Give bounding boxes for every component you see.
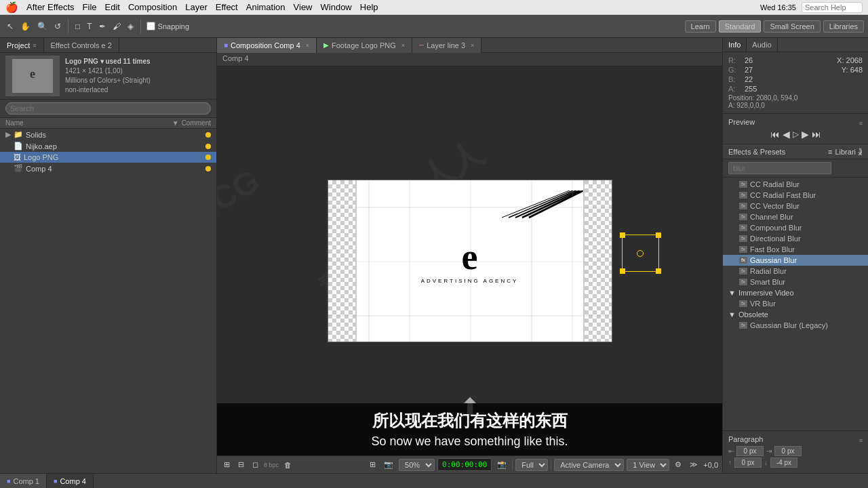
a-value: 255 (745, 85, 757, 93)
viewer-settings-btn[interactable]: ⚙ (672, 459, 684, 470)
tool-pen[interactable]: ✒ (96, 20, 108, 33)
effect-item[interactable]: fx CC Vector Blur (723, 201, 868, 211)
immersive-video-group[interactable]: ▼ Immersive Video (723, 287, 868, 298)
effect-item[interactable]: fx Channel Blur (723, 211, 868, 222)
blur-group: fx CC Radial Blur fx CC Radial Fast Blur… (723, 179, 868, 287)
effect-item[interactable]: fx CC Radial Blur (723, 179, 868, 190)
tool-rect[interactable]: □ (73, 20, 83, 33)
effect-item[interactable]: fx Radial Blur (723, 266, 868, 277)
info-b-row: B: 22 (728, 75, 863, 83)
list-item[interactable]: 🎬 Comp 4 (0, 163, 216, 174)
space-after-input[interactable] (770, 458, 797, 468)
layer-tab-close[interactable]: × (471, 42, 474, 49)
menu-help[interactable]: Help (360, 2, 378, 12)
menu-effect[interactable]: Effect (216, 2, 238, 12)
tool-hand[interactable]: ✋ (18, 20, 33, 33)
list-item[interactable]: 🖼 Logo PNG (0, 152, 216, 163)
viewer-grid-btn[interactable]: ⊟ (235, 459, 247, 470)
fx-icon: fx (739, 322, 747, 329)
tool-clone[interactable]: ◈ (125, 20, 136, 33)
footage-tab-close[interactable]: × (401, 42, 405, 49)
composition-view[interactable]: RRCG 素材 人人 (217, 66, 722, 455)
apple-menu[interactable]: 🍎 (5, 1, 18, 14)
comp-tab-comp4[interactable]: ■ Composition Comp 4 × (217, 38, 317, 53)
expand-btn[interactable]: ⟫ (859, 147, 863, 156)
layer-icon-indicator: ─ (419, 41, 424, 49)
preview-title: Preview (728, 118, 755, 126)
effect-item[interactable]: fx Smart Blur (723, 277, 868, 287)
menu-aftereffects[interactable]: After Effects (26, 2, 75, 12)
tool-select[interactable]: ↖ (4, 20, 16, 33)
paragraph-menu[interactable]: ≡ (859, 437, 863, 444)
vr-blur-item[interactable]: fx VR Blur (723, 298, 868, 309)
menu-view[interactable]: View (294, 2, 313, 12)
effect-item[interactable]: fx Directional Blur (723, 233, 868, 244)
tool-text[interactable]: T (84, 20, 94, 33)
snapping-checkbox[interactable] (146, 22, 155, 30)
preview-first[interactable]: ⏮ (770, 129, 780, 140)
effects-presets-menu[interactable]: ≡ (828, 148, 832, 156)
preview-menu[interactable]: ≡ (859, 120, 863, 127)
comp-tab-layerline[interactable]: ─ Layer line 3 × (412, 38, 481, 53)
timecode-display[interactable]: 0:00:00:00 (437, 458, 492, 471)
tab-project[interactable]: Project ≡ (0, 38, 44, 52)
tool-paint[interactable]: 🖌 (110, 20, 123, 33)
preview-last[interactable]: ⏭ (812, 129, 821, 140)
transform-handle-tl (620, 232, 625, 238)
project-search-input[interactable] (5, 102, 211, 115)
view-select[interactable]: 1 View (627, 459, 669, 471)
tab-effect-controls[interactable]: Effect Controls e 2 (44, 38, 119, 52)
camera-select[interactable]: Active Camera (554, 459, 624, 471)
tool-rotate[interactable]: ↺ (52, 20, 64, 33)
search-help-input[interactable] (802, 2, 863, 13)
comp-tab-close[interactable]: × (306, 42, 309, 49)
gaussian-legacy-item[interactable]: fx Gaussian Blur (Legacy) (723, 320, 868, 331)
fx-icon: fx (739, 279, 747, 285)
comp-tab-footage[interactable]: ▶ Footage Logo PNG × (317, 38, 412, 53)
effect-item[interactable]: fx Fast Box Blur (723, 244, 868, 255)
gaussian-blur-item[interactable]: fx Gaussian Blur (723, 255, 868, 266)
canvas-logo-area: e ADVERTISING AGENCY (355, 180, 585, 342)
librari-tab-btn[interactable]: Librari (835, 148, 856, 156)
effect-item[interactable]: fx Compound Blur (723, 222, 868, 233)
menu-window[interactable]: Window (321, 2, 352, 12)
resolution-select[interactable]: Full (515, 459, 548, 471)
workspace-smallscreen[interactable]: Small Screen (764, 20, 820, 33)
obsolete-group[interactable]: ▼ Obsolete (723, 309, 868, 320)
indent-right-input[interactable] (774, 446, 802, 456)
project-panel: e Logo PNG ▾ used 11 times 1421 × 1421 (… (0, 53, 216, 473)
workspace-learn[interactable]: Learn (685, 20, 716, 33)
timeline-tab-comp1[interactable]: ■ Comp 1 (0, 474, 47, 489)
tab-info[interactable]: Info (723, 38, 747, 52)
fx-icon: fx (739, 214, 747, 220)
preview-next[interactable]: ▶ (802, 129, 809, 140)
tab-audio[interactable]: Audio (747, 38, 777, 52)
menu-file[interactable]: File (83, 2, 97, 12)
effect-item[interactable]: fx CC Radial Fast Blur (723, 190, 868, 201)
workspace-libraries[interactable]: Libraries (823, 20, 864, 33)
space-before-input[interactable] (734, 458, 762, 468)
viewer-always-preview[interactable]: ≫ (687, 459, 701, 470)
logo-lines-area (502, 190, 583, 224)
immersive-expand-icon: ▼ (728, 289, 736, 297)
viewer-region-btn[interactable]: ⊞ (367, 459, 378, 470)
preview-stop[interactable]: ▷ (793, 129, 799, 139)
effects-search-input[interactable] (728, 162, 831, 174)
viewer-snap-btn[interactable]: ⊞ (221, 459, 233, 470)
workspace-standard[interactable]: Standard (719, 20, 762, 33)
viewer-trash-btn[interactable]: 🗑 (281, 460, 294, 470)
timeline-tab-comp4[interactable]: ■ Comp 4 (47, 474, 94, 489)
menu-layer[interactable]: Layer (185, 2, 208, 12)
list-item[interactable]: 📄 Nijko.aep (0, 140, 216, 152)
list-item[interactable]: ▶ 📁 Solids (0, 129, 216, 140)
viewer-safe-btn[interactable]: ◻ (250, 459, 261, 470)
menu-animation[interactable]: Animation (246, 2, 285, 12)
viewer-camera-toggle[interactable]: 📷 (381, 459, 396, 470)
preview-prev[interactable]: ◀ (783, 129, 790, 140)
menu-edit[interactable]: Edit (105, 2, 120, 12)
indent-left-input[interactable] (736, 446, 764, 456)
menu-composition[interactable]: Composition (128, 2, 177, 12)
zoom-select[interactable]: 50% (399, 459, 435, 471)
tool-zoom[interactable]: 🔍 (35, 20, 50, 33)
viewer-snapshot-btn[interactable]: 📸 (494, 459, 509, 470)
